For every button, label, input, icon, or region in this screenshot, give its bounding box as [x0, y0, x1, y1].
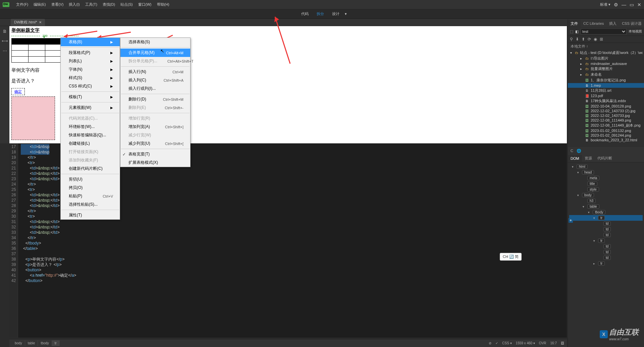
menu-edit[interactable]: 编辑(E): [31, 2, 49, 7]
expand-icon[interactable]: ◧: [575, 29, 579, 34]
preview-icon[interactable]: 🖼: [561, 341, 564, 345]
context-menu-item[interactable]: 段落格式(P)▶: [61, 49, 120, 57]
context-menu-item[interactable]: 模板(T)▶: [61, 93, 120, 101]
file-tree[interactable]: ▾ 🗀 站点 - test (D:\tools\桌面\work（2）\work …: [568, 50, 644, 147]
menu-view[interactable]: 查看(V): [49, 2, 66, 7]
context-menu-item[interactable]: CSS 样式(C)▶: [61, 82, 120, 90]
globe-icon[interactable]: 🌐: [577, 149, 581, 153]
file-tree-row[interactable]: 🖼2022-12-02_143733.jpg: [568, 113, 644, 118]
file-tree-row[interactable]: 🖼2023-01-02_091132.png: [568, 128, 644, 133]
dom-node-row[interactable]: ▾tr: [569, 238, 643, 244]
tab-dom[interactable]: DOM: [568, 155, 582, 162]
close-icon[interactable]: ✕: [637, 2, 641, 7]
dom-node-row[interactable]: meta: [569, 175, 643, 181]
connect-icon[interactable]: ⚲: [570, 37, 573, 42]
context-menu-item[interactable]: 样式(S)▶: [61, 74, 120, 82]
file-tree-row[interactable]: 🗎11月28日.srt: [568, 88, 644, 93]
context-menu-item[interactable]: 插入行(N)Ctrl+M: [120, 68, 190, 76]
file-tree-row[interactable]: 🖼2022-12-02_143733 (2).jpg: [568, 109, 644, 113]
maximize-icon[interactable]: ▭: [630, 2, 634, 7]
view-tab-code[interactable]: 代码: [297, 10, 313, 18]
document-tab-close-icon[interactable]: ✕: [39, 20, 42, 24]
menu-find[interactable]: 查找(D): [100, 2, 118, 7]
tool-expand-icon[interactable]: ⟷: [2, 39, 8, 44]
view-dropdown-icon[interactable]: ▾: [345, 12, 347, 16]
menu-insert[interactable]: 插入(I): [66, 2, 82, 7]
context-menu-item[interactable]: 插入列(C)Ctrl+Shift+A: [120, 76, 190, 84]
get-icon[interactable]: ⬇: [576, 37, 579, 42]
css-dropdown[interactable]: CSS ▾: [502, 341, 512, 345]
table-cell[interactable]: [12, 57, 29, 63]
table-cell[interactable]: [12, 39, 29, 45]
file-tree-row[interactable]: ▸🗀未命名: [568, 72, 644, 77]
dom-node-row[interactable]: ▾tbody: [569, 209, 643, 215]
chevron-right-icon[interactable]: ▸: [579, 62, 583, 66]
menu-file[interactable]: 文件(F): [13, 2, 31, 7]
context-menu-item[interactable]: 剪切(U): [61, 175, 120, 184]
workspace-dropdown[interactable]: 标准 ▾: [600, 2, 610, 7]
chevron-right-icon[interactable]: ▸: [579, 73, 583, 76]
dom-node-row[interactable]: ▾body: [569, 192, 643, 198]
refresh-icon[interactable]: C: [571, 149, 573, 153]
dom-node-row[interactable]: h3: [569, 198, 643, 204]
dom-node-row[interactable]: td: [569, 244, 643, 249]
file-tree-row[interactable]: 🖼2022-12-08_111449_副本.png: [568, 123, 644, 128]
dom-node-row[interactable]: ▾table: [569, 204, 643, 209]
document-tab[interactable]: DW教程.html* ✕: [11, 19, 45, 26]
table-cell[interactable]: [28, 39, 45, 45]
table-cell[interactable]: [45, 51, 62, 57]
table-cell[interactable]: [45, 45, 62, 51]
tab-insert[interactable]: 插入: [606, 20, 619, 27]
dom-node-row[interactable]: ▾html: [569, 164, 643, 169]
view-tab-design[interactable]: 设计: [328, 10, 343, 18]
context-menu-item[interactable]: 减少列宽(U)Ctrl+Shift+[: [120, 139, 190, 148]
dom-node-row[interactable]: td: [569, 226, 643, 232]
context-menu-item[interactable]: 字体(N)▶: [61, 65, 120, 74]
file-tree-row[interactable]: ▸🗀mindmaster_autosave: [568, 61, 644, 66]
site-root[interactable]: ▾ 🗀 站点 - test (D:\tools\桌面\work（2）\work …: [568, 50, 644, 56]
file-tree-row[interactable]: 🖼1、康奈尔笔记法.png: [568, 77, 644, 83]
dom-node-row[interactable]: ▾head: [569, 169, 643, 175]
sync-icon[interactable]: ⟳: [588, 37, 591, 42]
file-tree-row[interactable]: 📕123.pdf: [568, 93, 644, 98]
table-cell[interactable]: [28, 45, 45, 51]
context-menu-item[interactable]: 增加列宽(A)Ctrl+Shift+]: [120, 123, 190, 131]
file-tree-row[interactable]: ▸🗀批量调整图片: [568, 66, 644, 72]
table-cell[interactable]: [12, 51, 29, 57]
breadcrumb-item[interactable]: tr: [52, 340, 60, 346]
view-tab-split[interactable]: 拆分: [313, 10, 328, 18]
dom-node-row[interactable]: title: [569, 181, 643, 187]
errors-icon[interactable]: ⊘: [489, 341, 491, 345]
file-tree-row[interactable]: 🗎1.mep: [568, 83, 644, 88]
breadcrumb-item[interactable]: tbody: [38, 340, 52, 346]
dom-node-row[interactable]: ▸tr: [569, 261, 643, 266]
viewport-size[interactable]: 1559 x 460 ▾: [516, 341, 535, 345]
context-menu-item[interactable]: 表格(B)▶: [61, 38, 120, 46]
tab-snippets[interactable]: 代码片断: [595, 154, 615, 162]
table-cell[interactable]: [12, 45, 29, 51]
dom-node-row[interactable]: ▾tr: [569, 215, 643, 221]
breadcrumb-item[interactable]: body: [12, 340, 25, 346]
tab-css-designer[interactable]: CSS 设计器: [619, 20, 644, 27]
context-menu-item[interactable]: 拷贝(O): [61, 184, 120, 192]
dom-add-icon[interactable]: +: [569, 218, 573, 223]
file-tree-row[interactable]: 🖼2022-10-04_093128.png: [568, 104, 644, 109]
html-valid-icon[interactable]: ✓: [495, 341, 498, 345]
file-tree-row[interactable]: 🗎bookmarks_2023_3_22.html: [568, 138, 644, 142]
tool-doc-icon[interactable]: 🗎: [3, 29, 7, 34]
table-cell[interactable]: [28, 57, 45, 63]
sync-icon[interactable]: ⚙: [614, 2, 618, 7]
chevron-right-icon[interactable]: ▸: [579, 57, 583, 60]
tab-assets[interactable]: 资源: [582, 154, 595, 162]
expand-panel-icon[interactable]: ⊞: [600, 37, 603, 42]
site-dropdown[interactable]: test: [581, 28, 627, 34]
menu-window[interactable]: 窗口(W): [136, 2, 154, 7]
context-menu-item[interactable]: 创建链接(L): [61, 139, 120, 148]
menu-site[interactable]: 站点(S): [118, 2, 136, 7]
context-menu-item[interactable]: 插入行或列(I)...: [120, 84, 190, 93]
ftp-icon[interactable]: ⬚: [570, 29, 573, 34]
table-cell[interactable]: [45, 57, 62, 63]
file-tree-row[interactable]: ▸🗀I:\导出图片: [568, 56, 644, 61]
dom-tree[interactable]: ▾html▾headmetatitlestyle▾bodyh3▾table▾tb…: [568, 162, 644, 347]
file-tree-row[interactable]: 🖼2023-01-02_091244.png: [568, 133, 644, 138]
